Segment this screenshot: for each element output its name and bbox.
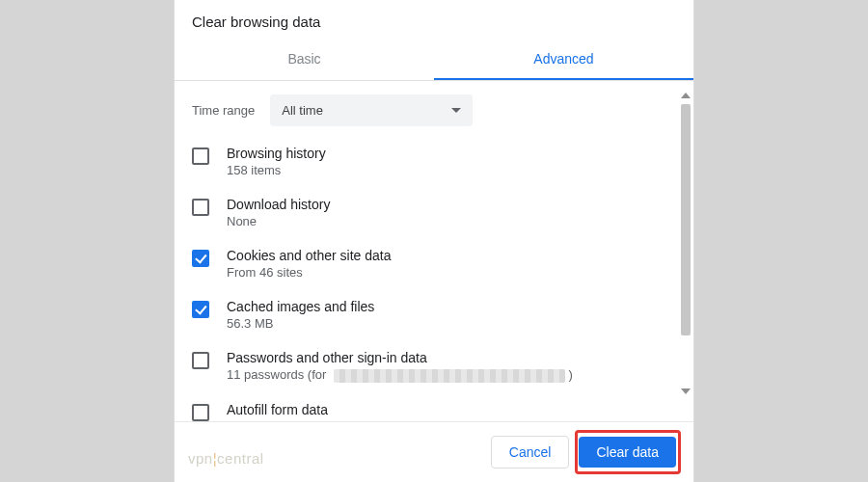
checkbox-passwords[interactable]	[192, 352, 209, 369]
option-sub: 158 items	[227, 163, 326, 177]
scroll-area[interactable]: Time range All time Browsing history 158…	[175, 81, 693, 421]
time-range-value: All time	[282, 103, 323, 118]
checkbox-download-history[interactable]	[192, 199, 209, 216]
clear-data-button[interactable]: Clear data	[579, 437, 676, 468]
option-download-history: Download history None	[192, 197, 670, 228]
redacted-text	[334, 369, 565, 383]
chevron-down-icon	[451, 108, 461, 113]
option-autofill: Autofill form data	[192, 402, 670, 421]
option-sub-text: 11 passwords (for	[227, 367, 326, 382]
watermark: vpn¦central	[188, 450, 264, 467]
option-title: Download history	[227, 197, 330, 212]
option-sub: From 46 sites	[227, 265, 391, 280]
scrollbar[interactable]	[680, 93, 692, 394]
option-sub: 56.3 MB	[227, 316, 374, 331]
checkbox-browsing-history[interactable]	[192, 147, 209, 165]
tab-basic[interactable]: Basic	[175, 40, 434, 80]
dialog-footer: vpn¦central Cancel Clear data	[175, 421, 693, 482]
option-title: Cookies and other site data	[227, 248, 391, 263]
option-sub: None	[227, 214, 330, 228]
scroll-down-icon[interactable]	[681, 388, 691, 394]
dialog-body: Time range All time Browsing history 158…	[175, 81, 693, 421]
tab-advanced[interactable]: Advanced	[434, 40, 693, 80]
time-range-select[interactable]: All time	[270, 94, 473, 126]
cancel-button[interactable]: Cancel	[491, 436, 570, 469]
checkbox-cache[interactable]	[192, 301, 209, 318]
tabs: Basic Advanced	[175, 40, 693, 81]
option-passwords: Passwords and other sign-in data 11 pass…	[192, 350, 670, 383]
option-title: Autofill form data	[227, 402, 328, 417]
option-cookies: Cookies and other site data From 46 site…	[192, 248, 670, 280]
scroll-thumb[interactable]	[681, 104, 691, 335]
scroll-up-icon[interactable]	[681, 93, 691, 98]
option-browsing-history: Browsing history 158 items	[192, 146, 670, 177]
time-range-label: Time range	[192, 103, 255, 118]
option-title: Passwords and other sign-in data	[227, 350, 573, 365]
dialog-title: Clear browsing data	[175, 0, 693, 40]
clear-browsing-data-dialog: Clear browsing data Basic Advanced Time …	[174, 0, 694, 482]
option-title: Cached images and files	[227, 299, 374, 314]
checkbox-cookies[interactable]	[192, 250, 209, 267]
checkbox-autofill[interactable]	[192, 404, 209, 421]
option-sub: 11 passwords (for )	[227, 367, 573, 383]
option-title: Browsing history	[227, 146, 326, 161]
time-range-row: Time range All time	[192, 94, 670, 126]
option-cache: Cached images and files 56.3 MB	[192, 299, 670, 331]
